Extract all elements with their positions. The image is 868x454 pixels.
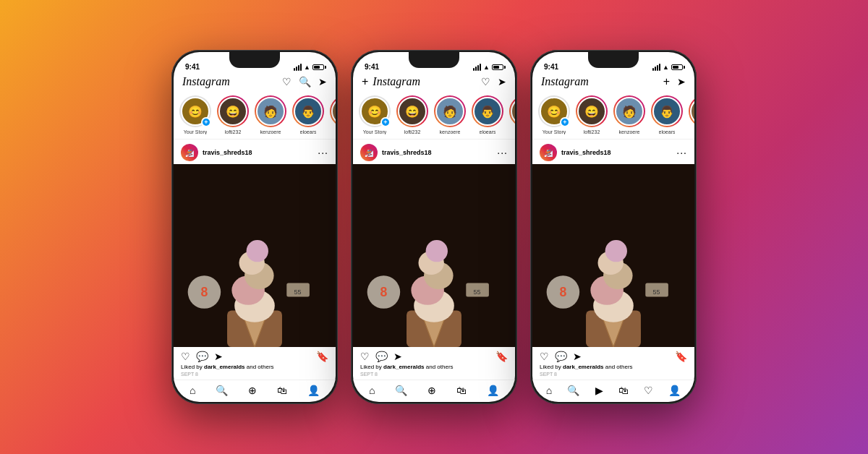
app-logo-3: Instagram	[541, 75, 589, 88]
svg-text:55: 55	[653, 288, 660, 296]
like-icon-2[interactable]: ♡	[360, 351, 370, 362]
story-kenzo-1[interactable]: 🧑 kenzoere	[255, 95, 286, 134]
send-icon-2[interactable]: ➤	[498, 76, 506, 87]
post-image-2: 8 55	[353, 164, 515, 347]
nav-shop-3[interactable]: 🛍	[618, 385, 629, 396]
post-more-2[interactable]: ···	[497, 147, 508, 158]
story-lofti-2[interactable]: 😄 lofti232	[396, 95, 428, 134]
nav-home-3[interactable]: ⌂	[546, 385, 552, 396]
heart-icon-1[interactable]: ♡	[282, 76, 292, 87]
wifi-icon-1: ▲	[304, 64, 310, 71]
bookmark-icon-2[interactable]: 🔖	[495, 351, 508, 362]
like-icon-3[interactable]: ♡	[540, 351, 549, 362]
story-av-elo-2: 👨	[473, 97, 502, 126]
nav-search-3[interactable]: 🔍	[567, 385, 579, 396]
send-icon-3[interactable]: ➤	[677, 76, 686, 87]
ice-cream-visual-1: 8 55	[174, 164, 336, 347]
stories-1: 😊 + Your Story 😄 lofti232	[174, 91, 336, 140]
svg-point-10	[247, 240, 268, 262]
signal-icon-3	[652, 64, 660, 71]
post-header-3: 🏂 travis_shreds18 ···	[532, 140, 694, 164]
story-elo-3[interactable]: 👨 eloears	[651, 95, 683, 134]
nav-search-2[interactable]: 🔍	[395, 385, 407, 396]
bookmark-icon-3[interactable]: 🔖	[675, 351, 687, 362]
post-user-2: 🏂 travis_shreds18	[360, 144, 432, 161]
comment-icon-1[interactable]: 💬	[196, 351, 208, 362]
story-avatar-wrap-3: 😊 +	[538, 95, 570, 127]
nav-shop-2[interactable]: 🛍	[456, 385, 467, 396]
story-lofti-1[interactable]: 😄 lofti232	[217, 95, 249, 134]
post-more-1[interactable]: ···	[318, 147, 328, 158]
nav-shop-1[interactable]: 🛍	[277, 385, 287, 396]
comment-icon-2[interactable]: 💬	[375, 351, 388, 362]
nav-profile-3[interactable]: 👤	[668, 385, 681, 396]
header-icons-1: ♡ 🔍 ➤	[282, 76, 327, 87]
post-header-1: 🏂 travis_shreds18 ···	[174, 140, 336, 164]
send-icon-1[interactable]: ➤	[318, 76, 327, 87]
story-your-story-2[interactable]: 😊 + Your Story	[359, 95, 391, 134]
nav-home-2[interactable]: ⌂	[369, 385, 375, 396]
story-label-lofti-2: lofti232	[404, 129, 421, 134]
share-icon-1[interactable]: ➤	[214, 351, 223, 362]
story-lofti-3[interactable]: 😄 lofti232	[576, 95, 608, 134]
phone-1-wrapper: 9:41 ▲ Instagram ♡ 🔍 ➤	[171, 50, 338, 404]
story-label-lofti-1: lofti232	[225, 129, 242, 134]
nav-add-1[interactable]: ⊕	[248, 385, 257, 396]
story-label-your-3: Your Story	[542, 129, 566, 134]
story-av-lil-2: 👦	[511, 97, 515, 126]
likes-bold-2: dark_emeralds	[383, 364, 424, 370]
story-ring-lil-1: 👦	[330, 95, 336, 127]
wifi-icon-3: ▲	[663, 64, 669, 71]
bookmark-icon-1[interactable]: 🔖	[316, 351, 328, 362]
story-elo-1[interactable]: 👨 eloears	[292, 95, 324, 134]
likes-text-1: Liked by	[181, 364, 204, 370]
plus-icon-right-3[interactable]: +	[663, 75, 670, 88]
likes-text-3: Liked by	[540, 364, 563, 370]
ice-cream-svg-2: 8 55	[353, 164, 515, 347]
post-date-2: Sept 8	[353, 372, 515, 380]
bottom-nav-2: ⌂ 🔍 ⊕ 🛍 👤	[353, 380, 515, 402]
story-wrap-lil-3: 👦	[689, 95, 694, 127]
nav-reels-3[interactable]: ▶	[595, 385, 603, 396]
story-lil-2[interactable]: 👦 lil_lap	[509, 95, 515, 134]
svg-point-40	[605, 240, 627, 262]
story-av-elo-1: 👨	[294, 97, 323, 126]
story-your-story-1[interactable]: 😊 + Your Story	[179, 95, 211, 134]
post-more-3[interactable]: ···	[676, 147, 687, 158]
header-1: Instagram ♡ 🔍 ➤	[174, 72, 336, 91]
nav-heart-3[interactable]: ♡	[644, 385, 653, 396]
likes-suffix-3: and others	[604, 364, 633, 370]
comment-icon-3[interactable]: 💬	[555, 351, 567, 362]
story-wrap-lil-1: 👦	[330, 95, 336, 127]
post-avatar-2: 🏂	[360, 144, 378, 161]
story-your-story-3[interactable]: 😊 + Your Story	[538, 95, 570, 134]
share-icon-3[interactable]: ➤	[573, 351, 582, 362]
nav-profile-2[interactable]: 👤	[487, 385, 499, 396]
post-image-1: 8 55	[174, 164, 336, 347]
story-kenzo-2[interactable]: 🧑 kenzoere	[434, 95, 466, 134]
story-wrap-elo-2: 👨	[472, 95, 503, 127]
story-elo-2[interactable]: 👨 eloears	[472, 95, 503, 134]
story-av-kenzo-1: 🧑	[256, 97, 285, 126]
story-av-lofti-2: 😄	[398, 97, 427, 126]
like-icon-1[interactable]: ♡	[181, 351, 190, 362]
nav-search-1[interactable]: 🔍	[216, 385, 228, 396]
add-story-btn-3[interactable]: +	[560, 117, 570, 127]
nav-add-2[interactable]: ⊕	[427, 385, 436, 396]
search-icon-1[interactable]: 🔍	[299, 76, 311, 87]
likes-suffix-1: and others	[245, 364, 274, 370]
nav-home-1[interactable]: ⌂	[190, 385, 195, 396]
story-lil-3[interactable]: 👦 lil_lap	[689, 95, 694, 134]
add-story-btn-1[interactable]: +	[201, 117, 211, 127]
story-wrap-elo-3: 👨	[651, 95, 683, 127]
add-story-btn-2[interactable]: +	[380, 117, 391, 127]
story-wrap-lofti-1: 😄	[217, 95, 249, 127]
story-lil-1[interactable]: 👦 lil_lap	[330, 95, 336, 134]
post-actions-left-3: ♡ 💬 ➤	[540, 351, 582, 362]
story-kenzo-3[interactable]: 🧑 kenzoere	[613, 95, 645, 134]
share-icon-2[interactable]: ➤	[393, 351, 402, 362]
header-icons-3: + ➤	[663, 75, 686, 88]
plus-icon-left-2[interactable]: +	[362, 75, 368, 88]
nav-profile-1[interactable]: 👤	[307, 385, 320, 396]
heart-icon-2[interactable]: ♡	[481, 76, 490, 87]
